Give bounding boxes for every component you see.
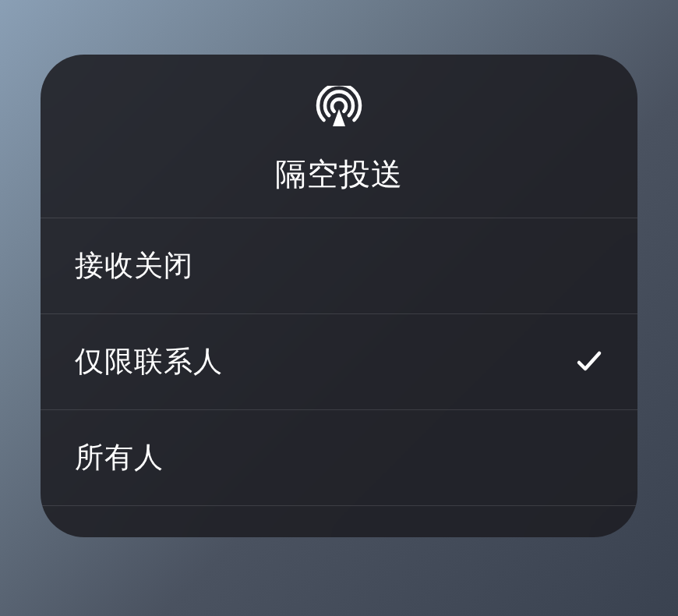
option-receiving-off[interactable]: 接收关闭: [41, 218, 637, 314]
airdrop-settings-panel: 隔空投送 接收关闭 仅限联系人 所有人: [41, 55, 637, 537]
option-list: 接收关闭 仅限联系人 所有人: [41, 218, 637, 537]
bottom-spacer: [41, 506, 637, 537]
option-everyone[interactable]: 所有人: [41, 410, 637, 506]
option-label: 所有人: [75, 438, 164, 477]
panel-header: 隔空投送: [41, 55, 637, 218]
checkmark-icon: [575, 348, 603, 376]
option-label: 仅限联系人: [75, 342, 223, 381]
panel-title: 隔空投送: [275, 153, 403, 196]
option-contacts-only[interactable]: 仅限联系人: [41, 314, 637, 410]
option-label: 接收关闭: [75, 246, 193, 285]
airdrop-icon: [316, 86, 362, 133]
